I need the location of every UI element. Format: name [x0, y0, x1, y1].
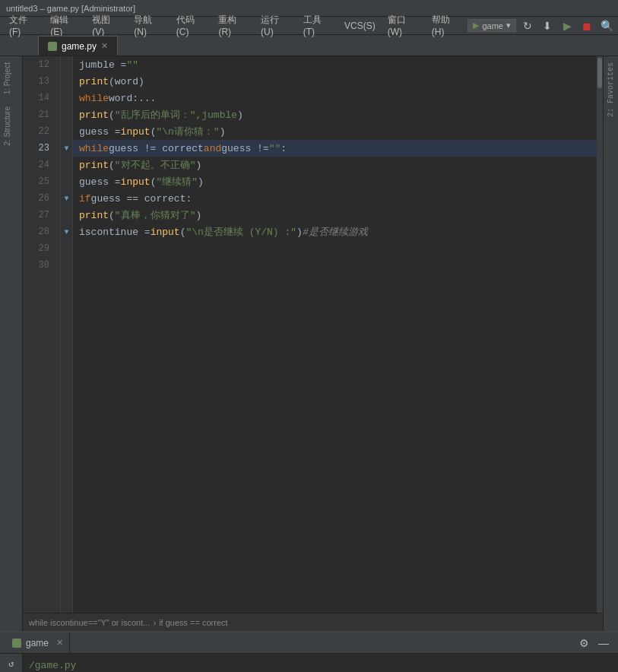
menu-edit[interactable]: 编辑(E) — [44, 12, 86, 39]
ln-26: 26 — [23, 190, 54, 207]
gutter-27 — [61, 207, 72, 223]
code-text: "对不起。不正确" — [115, 158, 196, 172]
code-line-30 — [73, 257, 597, 274]
run-output-path: /game.py — [29, 657, 612, 672]
ln-25: 25 — [23, 173, 54, 190]
gutter-23[interactable]: ▼ — [61, 140, 72, 157]
ln-29: 29 — [23, 240, 54, 257]
search-everywhere-btn[interactable]: 🔍 — [598, 17, 615, 34]
code-line-23: while guess != correct and guess != "": — [73, 140, 597, 157]
code-text: guess == correct: — [91, 193, 192, 204]
code-line-21: print("乱序后的单词：",jumble) — [73, 106, 597, 123]
run-side-controls: ↺ ▲ ◼ ▼ ≡ ⇥ 🖨 📌 🗑 — [0, 654, 23, 672]
sidebar-tab-structure[interactable]: 2: Structure — [0, 100, 22, 152]
code-text: guess = — [79, 176, 121, 188]
code-text: input — [121, 176, 151, 188]
code-text: (word) — [109, 76, 144, 87]
code-text: "\n是否继续 (Y/N) :" — [185, 225, 296, 239]
gutter-26[interactable]: ▼ — [61, 190, 72, 207]
menu-nav[interactable]: 导航(N) — [128, 12, 170, 39]
code-text: ) — [195, 210, 201, 221]
download-btn[interactable]: ⬇ — [539, 17, 556, 34]
run-tab-close[interactable]: ✕ — [56, 638, 63, 648]
code-line-13: print(word) — [73, 73, 597, 90]
menu-window[interactable]: 窗口(W) — [382, 12, 426, 39]
run-btn[interactable]: ▶ — [559, 17, 575, 34]
while-keyword: while — [79, 93, 109, 104]
ln-22: 22 — [23, 123, 54, 140]
code-text: ( — [109, 160, 115, 171]
run-panel-header: game ✕ ⚙ — — [0, 632, 618, 654]
rerun-btn[interactable]: ↺ — [3, 657, 20, 671]
code-text: ) — [198, 176, 204, 188]
ln-24: 24 — [23, 157, 54, 173]
ln-14: 14 — [23, 90, 54, 106]
code-text: ( — [180, 227, 186, 238]
gutter-28[interactable]: ▼ — [61, 223, 72, 240]
editor-scrollbar[interactable] — [597, 56, 603, 613]
run-panel-tools: ⚙ — — [575, 635, 612, 651]
code-line-27: print("真棒，你猜对了") — [73, 207, 597, 223]
scrollbar-thumb[interactable] — [597, 58, 602, 88]
ln-27: 27 — [23, 207, 54, 223]
ln-12: 12 — [23, 56, 54, 73]
code-text: guess != — [221, 143, 268, 154]
code-text: guess != correct — [109, 143, 204, 154]
tab-label: game.py — [62, 41, 97, 52]
run-output[interactable]: /game.py 欢迎参加猜单词游戏 把字母组合成一个正确的单词 answer … — [23, 654, 618, 672]
code-gutter: ▼ ▼ ▼ — [61, 56, 73, 613]
breadcrumb-part1[interactable]: while iscontinue=="Y" or iscont... — [29, 618, 150, 627]
tab-close-btn[interactable]: ✕ — [101, 41, 108, 51]
python-file-icon — [48, 42, 57, 51]
menu-help[interactable]: 帮助(H) — [426, 12, 468, 39]
code-editor[interactable]: jumble = "" print(word) while word:... p… — [73, 56, 597, 613]
editor-content[interactable]: 12 13 14 21 22 23 24 25 26 27 28 29 30 — [23, 56, 603, 613]
favorites-tab[interactable]: 2: Favorites — [604, 56, 618, 123]
line-numbers: 12 13 14 21 22 23 24 25 26 27 28 29 30 — [23, 56, 61, 613]
breadcrumb-part2[interactable]: if guess == correct — [159, 618, 228, 627]
run-close-btn[interactable]: — — [595, 635, 612, 651]
code-text: ) — [296, 227, 303, 238]
code-text: "\n请你猜：" — [156, 125, 219, 138]
menu-refactor[interactable]: 重构(R) — [212, 12, 255, 39]
code-text: print — [79, 160, 109, 171]
if-keyword: if — [79, 193, 91, 204]
menu-run[interactable]: 运行(U) — [255, 12, 297, 39]
code-line-24: print("对不起。不正确") — [73, 157, 597, 173]
run-config-name: game — [482, 21, 503, 30]
code-line-22: guess = input("\n请你猜：") — [73, 123, 597, 140]
menu-file[interactable]: 文件(F) — [3, 12, 44, 39]
menu-code[interactable]: 代码(C) — [170, 12, 213, 39]
menu-vcs[interactable]: VCS(S) — [338, 19, 382, 33]
refresh-btn[interactable]: ↻ — [519, 17, 536, 34]
run-tab[interactable]: game ✕ — [6, 632, 70, 653]
toolbar-right: ▶ game ▾ ↻ ⬇ ▶ ◼ 🔍 — [467, 17, 615, 34]
code-text: print — [79, 210, 109, 221]
code-text: print — [79, 76, 109, 87]
tab-game-py[interactable]: game.py ✕ — [38, 36, 118, 55]
ln-30: 30 — [23, 257, 54, 274]
run-settings-btn[interactable]: ⚙ — [575, 635, 592, 651]
gutter-14 — [61, 90, 72, 106]
code-text: ) — [220, 126, 226, 138]
menu-tools[interactable]: 工具(T) — [297, 12, 338, 39]
ln-13: 13 — [23, 73, 54, 90]
code-text: "乱序后的单词：",jumble — [115, 108, 237, 122]
code-line-25: guess = input("继续猜") — [73, 173, 597, 190]
code-text: "真棒，你猜对了" — [115, 208, 196, 222]
ln-21: 21 — [23, 106, 54, 123]
code-text: iscontinue = — [79, 227, 151, 238]
menu-view[interactable]: 视图(V) — [86, 12, 128, 39]
code-line-26: if guess == correct: — [73, 190, 597, 207]
stop-btn[interactable]: ◼ — [578, 17, 595, 34]
code-text: input — [151, 227, 180, 238]
sidebar-tab-project[interactable]: 1: Project — [0, 56, 22, 100]
run-config-selector[interactable]: ▶ game ▾ — [467, 19, 516, 32]
code-text: ) — [237, 109, 243, 121]
gutter-21 — [61, 106, 72, 123]
code-text: "继续猜" — [156, 175, 198, 189]
gutter-22 — [61, 123, 72, 140]
menu-bar: 文件(F) 编辑(E) 视图(V) 导航(N) 代码(C) 重构(R) 运行(U… — [0, 17, 618, 35]
breadcrumb-sep: › — [153, 618, 156, 627]
code-line-12: jumble = "" — [73, 56, 597, 73]
